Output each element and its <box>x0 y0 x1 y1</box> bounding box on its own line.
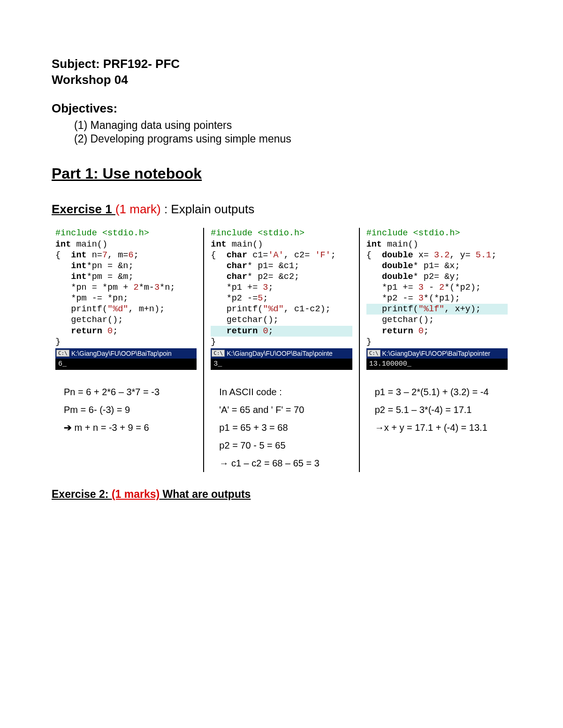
code-text: , m+n); <box>128 304 165 314</box>
code-text: main() <box>382 240 418 249</box>
code-text: *pm -= *pn; <box>55 293 128 303</box>
code-text: ; <box>268 283 273 293</box>
code-text: , x+y); <box>444 304 481 314</box>
code-text <box>413 326 418 336</box>
calc-block-2: In ASCII code : 'A' = 65 and ' F' = 70 p… <box>211 383 352 472</box>
code-num: 2 <box>134 283 139 293</box>
calc-line: p1 = 3 – 2*(5.1) + (3.2) = -4 <box>375 383 508 401</box>
code-text <box>211 272 226 282</box>
console-icon: C:\ <box>367 350 380 357</box>
code-text: ; <box>113 326 118 336</box>
code-kw: int <box>71 261 86 271</box>
calc-line: p1 = 65 + 3 = 68 <box>219 419 352 436</box>
code-text: ; <box>491 250 496 260</box>
code-text <box>366 326 382 336</box>
console-icon: C:\ <box>56 350 69 357</box>
code-num: 0 <box>418 326 424 336</box>
code-kw: char <box>227 250 247 260</box>
document-page: Subject: PRF192- PFC Workshop 04 Objecti… <box>0 0 563 538</box>
code-num: 'A' <box>268 250 283 260</box>
code-num: 'F' <box>315 250 330 260</box>
code-text: *(*p2); <box>444 283 481 293</box>
column-divider <box>203 228 204 472</box>
code-kw: int <box>71 250 86 260</box>
code-text <box>366 261 382 271</box>
calc-line: Pn = 6 + 2*6 – 3*7 = -3 <box>64 383 197 401</box>
column-divider <box>359 228 360 472</box>
code-text: n= <box>87 250 102 260</box>
code-text: *p2 -= <box>211 293 258 303</box>
exercise-1-heading: Exercise 1 (1 mark) : Explain outputs <box>52 202 511 217</box>
exercise-1-mark: (1 mark) <box>115 202 161 216</box>
code-text: * p1= &c1; <box>247 261 299 271</box>
code-num: 3 <box>418 293 424 303</box>
code-text: - <box>424 283 439 293</box>
objectives-title: Objectives: <box>52 101 511 116</box>
code-kw: return <box>71 326 102 336</box>
code-str: "%d" <box>107 304 128 314</box>
subject-block: Subject: PRF192- PFC Workshop 04 <box>52 56 511 88</box>
calc-text: c1 – c2 = 68 – 65 = 3 <box>228 458 319 468</box>
code-text: * p1= &x; <box>413 261 460 271</box>
code-kw: char <box>227 261 247 271</box>
code-line: #include <stdio.h> <box>211 228 304 238</box>
code-num: 7 <box>102 250 107 260</box>
code-text: { <box>55 250 71 260</box>
part-1-title: Part 1: Use notebook <box>52 165 511 182</box>
code-num: 3 <box>263 283 268 293</box>
code-text: * p2= &c2; <box>247 272 299 282</box>
code-text <box>55 272 71 282</box>
code-num: 5.1 <box>476 250 491 260</box>
subject-line-2: Workshop 04 <box>52 72 511 88</box>
calc-text: x + y = 17.1 + (-4) = 13.1 <box>384 422 487 433</box>
console-icon: C:\ <box>212 350 225 357</box>
code-kw: int <box>366 240 382 249</box>
calc-line: → c1 – c2 = 68 – 65 = 3 <box>219 454 352 472</box>
code-line: #include <stdio.h> <box>366 228 460 238</box>
code-line: #include <stdio.h> <box>55 228 149 238</box>
console-title-text: K:\GiangDay\FU\OOP\BaiTap\pointe <box>227 350 333 357</box>
code-kw: char <box>227 272 247 282</box>
console-title-text: K:\GiangDay\FU\OOP\BaiTap\pointer <box>382 350 490 357</box>
highlighted-line: return 0; <box>211 326 352 337</box>
code-text <box>55 326 71 336</box>
code-num: 3 <box>418 283 424 293</box>
arrow-icon: → <box>219 458 228 468</box>
code-text: ; <box>331 250 336 260</box>
three-column-layout: #include <stdio.h> int main() { int n=7,… <box>52 228 511 472</box>
exercise-2-label: Exercise 2: <box>52 488 112 500</box>
code-text: *p1 += <box>366 283 418 293</box>
code-kw: int <box>211 240 226 249</box>
code-text: *p2 -= <box>366 293 418 303</box>
console-output: 13.100000_ <box>366 359 508 370</box>
console-titlebar: C:\ K:\GiangDay\FU\OOP\BaiTap\pointer <box>366 348 508 359</box>
code-text: *pn = &n; <box>87 261 134 271</box>
code-num: 5 <box>258 293 263 303</box>
objectives-list: (1) Managing data using pointers (2) Dev… <box>52 119 511 147</box>
code-num: 6 <box>128 250 133 260</box>
console-title-text: K:\GiangDay\FU\OOP\BaiTap\poin <box>71 350 172 357</box>
code-kw: int <box>71 272 86 282</box>
code-kw: double <box>382 250 413 260</box>
code-text: { <box>366 250 382 260</box>
code-text <box>211 261 226 271</box>
calc-line: →x + y = 17.1 + (-4) = 13.1 <box>375 419 508 436</box>
exercise-2-mark: (1 marks) <box>112 488 160 500</box>
code-text: } <box>55 337 61 347</box>
code-block-3: #include <stdio.h> int main() { double x… <box>366 228 508 347</box>
code-text <box>55 261 71 271</box>
code-text: { <box>211 250 226 260</box>
exercise-1-label: Exercise 1 <box>52 202 115 216</box>
code-text: ; <box>424 326 429 336</box>
column-3: #include <stdio.h> int main() { double x… <box>363 228 511 472</box>
code-num: 3.2 <box>434 250 449 260</box>
console-titlebar: C:\ K:\GiangDay\FU\OOP\BaiTap\poin <box>55 348 197 359</box>
code-text: , y= <box>449 250 476 260</box>
code-text: *pn = *pm + <box>55 283 134 293</box>
code-num: 3 <box>154 283 160 293</box>
exercise-1-desc: : Explain outputs <box>161 202 254 216</box>
code-text: *p1 += <box>211 283 263 293</box>
code-text: } <box>366 337 372 347</box>
code-text: *m- <box>139 283 154 293</box>
console-titlebar: C:\ K:\GiangDay\FU\OOP\BaiTap\pointe <box>211 348 352 359</box>
